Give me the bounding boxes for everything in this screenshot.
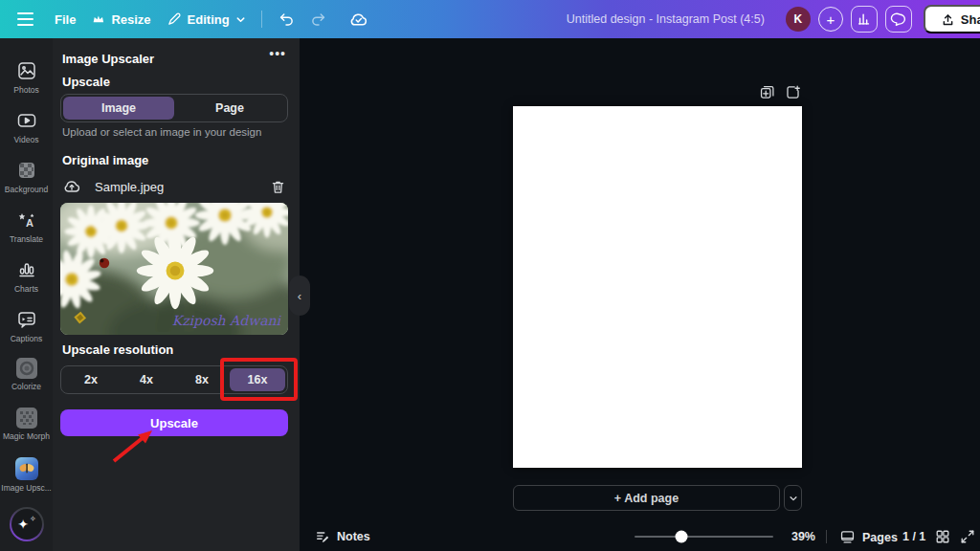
duplicate-page-icon bbox=[759, 84, 775, 100]
image-upscaler-panel: Image Upscaler ••• Upscale Image Page Up… bbox=[53, 38, 300, 551]
fullscreen-button[interactable] bbox=[960, 529, 975, 544]
sidebar-item-translate[interactable]: A Translate bbox=[0, 209, 53, 244]
videos-icon bbox=[15, 109, 38, 132]
design-page[interactable] bbox=[513, 106, 802, 468]
collapse-chevron-icon: ‹ bbox=[298, 289, 301, 303]
resolution-16x[interactable]: 16x bbox=[230, 368, 285, 391]
sidebar-item-label: Translate bbox=[10, 234, 43, 244]
page-count: 1 / 1 bbox=[902, 530, 925, 543]
chevron-down-icon bbox=[789, 494, 798, 503]
translate-icon: A bbox=[15, 209, 38, 231]
editing-mode-dropdown[interactable]: Editing bbox=[167, 11, 246, 27]
image-upscaler-icon bbox=[15, 457, 38, 480]
zoom-slider[interactable] bbox=[635, 536, 773, 538]
duplicate-page-button[interactable] bbox=[759, 84, 775, 100]
background-icon bbox=[15, 159, 38, 182]
cloud-check-icon bbox=[348, 10, 368, 30]
zoom-percentage[interactable]: 39% bbox=[781, 530, 815, 543]
add-page-dropdown-button[interactable] bbox=[784, 485, 802, 511]
left-sidebar: Photos Videos Background A Translate Cha… bbox=[0, 38, 53, 551]
photos-icon bbox=[15, 59, 38, 82]
app-window: File Resize Editing bbox=[0, 0, 980, 551]
notes-icon bbox=[315, 529, 330, 544]
share-upload-icon bbox=[941, 12, 955, 27]
toolbar-divider bbox=[261, 11, 262, 28]
zoom-slider-thumb[interactable] bbox=[676, 531, 688, 543]
file-name: Sample.jpeg bbox=[95, 180, 164, 194]
share-button[interactable]: Share bbox=[924, 5, 980, 33]
file-menu[interactable]: File bbox=[55, 12, 76, 27]
resolution-8x[interactable]: 8x bbox=[174, 368, 230, 391]
original-image-heading: Original image bbox=[62, 153, 148, 167]
sidebar-item-label: Captions bbox=[11, 334, 43, 343]
sidebar-item-label: Background bbox=[5, 185, 48, 194]
cloud-upload-icon bbox=[62, 177, 81, 196]
pages-label: Pages bbox=[862, 530, 898, 543]
sidebar-item-videos[interactable]: Videos bbox=[0, 109, 53, 144]
notes-label: Notes bbox=[337, 530, 370, 543]
pages-button[interactable]: Pages bbox=[839, 529, 898, 545]
file-menu-label: File bbox=[55, 12, 76, 27]
charts-icon bbox=[15, 258, 38, 281]
avatar[interactable]: K bbox=[786, 7, 811, 32]
design-title[interactable]: Untitled design - Instagram Post (4:5) bbox=[567, 12, 765, 26]
sidebar-item-label: Photos bbox=[13, 85, 38, 95]
sidebar-item-colorize[interactable]: Colorize bbox=[0, 358, 53, 391]
magic-morph-icon bbox=[16, 408, 37, 429]
save-status-button[interactable] bbox=[348, 10, 368, 30]
image-watermark: Kziposh Adwani bbox=[172, 313, 282, 328]
panel-title: Image Upscaler bbox=[62, 52, 154, 66]
delete-file-button[interactable] bbox=[270, 179, 286, 195]
sidebar-item-photos[interactable]: Photos bbox=[0, 59, 53, 95]
sidebar-item-label: Magic Morph bbox=[3, 431, 50, 441]
pencil-icon bbox=[167, 11, 182, 27]
panel-collapse-button[interactable]: ‹ bbox=[289, 276, 310, 316]
share-button-label: Share bbox=[961, 12, 980, 27]
tab-page[interactable]: Page bbox=[174, 97, 285, 120]
sidebar-item-label: Image Upsc... bbox=[1, 483, 51, 493]
resolution-4x[interactable]: 4x bbox=[119, 368, 174, 391]
image-page-tabs: Image Page bbox=[60, 94, 288, 122]
resolution-heading: Upscale resolution bbox=[62, 342, 173, 357]
panel-more-menu[interactable]: ••• bbox=[269, 46, 286, 61]
resolution-options: 2x 4x 8x 16x bbox=[60, 365, 288, 394]
colorize-icon bbox=[16, 358, 37, 379]
redo-icon bbox=[310, 11, 327, 28]
canvas-area: + Add page bbox=[300, 38, 980, 551]
undo-icon bbox=[278, 11, 295, 28]
original-image-preview[interactable]: Kziposh Adwani bbox=[60, 203, 288, 335]
pages-icon bbox=[839, 529, 856, 545]
sidebar-item-charts[interactable]: Charts bbox=[0, 258, 53, 294]
grid-view-button[interactable] bbox=[935, 529, 950, 544]
sidebar-item-image-upscaler[interactable]: Image Upsc... bbox=[0, 457, 53, 493]
resolution-2x[interactable]: 2x bbox=[63, 368, 119, 391]
sidebar-item-magic-morph[interactable]: Magic Morph bbox=[0, 408, 53, 441]
comments-button[interactable] bbox=[885, 6, 912, 33]
statusbar-divider bbox=[826, 530, 827, 543]
editing-mode-label: Editing bbox=[188, 12, 230, 27]
redo-button[interactable] bbox=[310, 11, 327, 28]
bar-chart-icon bbox=[857, 11, 872, 27]
add-page-button[interactable]: + Add page bbox=[513, 485, 780, 511]
uploaded-file-row[interactable]: Sample.jpeg bbox=[62, 174, 290, 199]
helper-text: Upload or select an image in your design bbox=[62, 126, 261, 138]
main-menu-button[interactable] bbox=[11, 9, 39, 30]
notes-button[interactable]: Notes bbox=[315, 529, 370, 544]
sidebar-item-label: Colorize bbox=[11, 382, 41, 391]
sidebar-item-label: Videos bbox=[14, 135, 39, 144]
add-member-button[interactable]: + bbox=[818, 7, 843, 32]
upscale-button[interactable]: Upscale bbox=[60, 409, 288, 436]
tab-image[interactable]: Image bbox=[63, 97, 174, 120]
magic-assistant-button[interactable]: ✦✧ bbox=[0, 507, 53, 541]
fullscreen-icon bbox=[960, 529, 975, 544]
sidebar-item-captions[interactable]: Captions bbox=[0, 308, 53, 343]
sidebar-item-background[interactable]: Background bbox=[0, 159, 53, 194]
add-page-icon-button[interactable] bbox=[785, 84, 801, 100]
svg-text:A: A bbox=[26, 217, 33, 229]
trash-icon bbox=[270, 179, 286, 195]
sparkles-icon: ✦✧ bbox=[10, 507, 44, 541]
top-bar: File Resize Editing bbox=[0, 0, 980, 38]
resize-button[interactable]: Resize bbox=[91, 12, 150, 27]
undo-button[interactable] bbox=[278, 11, 295, 28]
insights-button[interactable] bbox=[851, 6, 878, 33]
